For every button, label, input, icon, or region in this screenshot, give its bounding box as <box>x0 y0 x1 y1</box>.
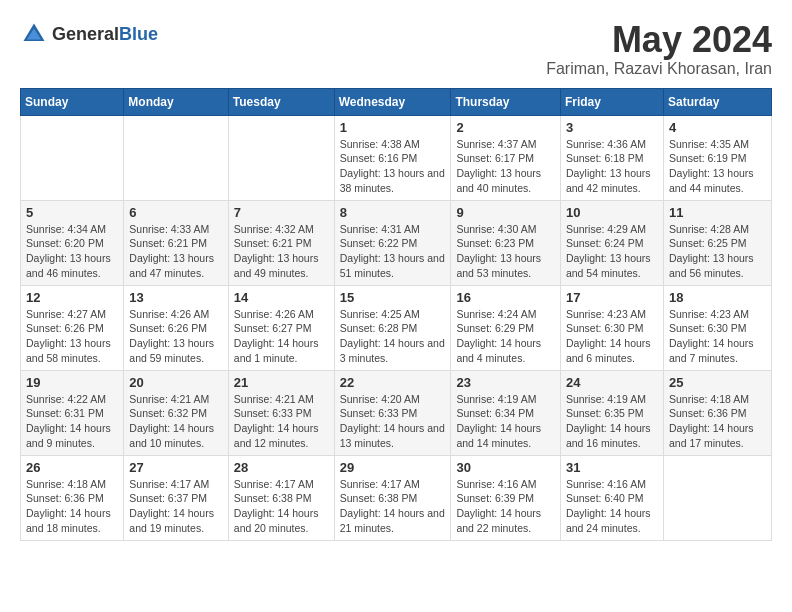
weekday-header: Wednesday <box>334 88 451 115</box>
day-detail: Sunrise: 4:38 AMSunset: 6:16 PMDaylight:… <box>340 138 445 194</box>
day-detail: Sunrise: 4:21 AMSunset: 6:33 PMDaylight:… <box>234 393 319 449</box>
calendar-cell: 7 Sunrise: 4:32 AMSunset: 6:21 PMDayligh… <box>228 200 334 285</box>
logo-text: GeneralBlue <box>52 24 158 45</box>
calendar-cell: 2 Sunrise: 4:37 AMSunset: 6:17 PMDayligh… <box>451 115 561 200</box>
calendar-cell <box>124 115 228 200</box>
day-number: 18 <box>669 290 766 305</box>
day-number: 13 <box>129 290 222 305</box>
weekday-header: Tuesday <box>228 88 334 115</box>
day-number: 31 <box>566 460 658 475</box>
day-detail: Sunrise: 4:22 AMSunset: 6:31 PMDaylight:… <box>26 393 111 449</box>
weekday-header: Friday <box>560 88 663 115</box>
weekday-header: Monday <box>124 88 228 115</box>
weekday-header: Sunday <box>21 88 124 115</box>
calendar-cell: 30 Sunrise: 4:16 AMSunset: 6:39 PMDaylig… <box>451 455 561 540</box>
day-number: 5 <box>26 205 118 220</box>
subtitle: Fariman, Razavi Khorasan, Iran <box>546 60 772 78</box>
main-title: May 2024 <box>546 20 772 60</box>
day-detail: Sunrise: 4:21 AMSunset: 6:32 PMDaylight:… <box>129 393 214 449</box>
calendar-cell: 18 Sunrise: 4:23 AMSunset: 6:30 PMDaylig… <box>663 285 771 370</box>
calendar-cell: 26 Sunrise: 4:18 AMSunset: 6:36 PMDaylig… <box>21 455 124 540</box>
day-detail: Sunrise: 4:25 AMSunset: 6:28 PMDaylight:… <box>340 308 445 364</box>
calendar-cell: 5 Sunrise: 4:34 AMSunset: 6:20 PMDayligh… <box>21 200 124 285</box>
calendar-cell: 21 Sunrise: 4:21 AMSunset: 6:33 PMDaylig… <box>228 370 334 455</box>
calendar-week-row: 19 Sunrise: 4:22 AMSunset: 6:31 PMDaylig… <box>21 370 772 455</box>
calendar-cell: 10 Sunrise: 4:29 AMSunset: 6:24 PMDaylig… <box>560 200 663 285</box>
day-detail: Sunrise: 4:19 AMSunset: 6:35 PMDaylight:… <box>566 393 651 449</box>
day-number: 29 <box>340 460 446 475</box>
day-number: 19 <box>26 375 118 390</box>
day-number: 25 <box>669 375 766 390</box>
page-header: GeneralBlue May 2024 Fariman, Razavi Kho… <box>20 20 772 78</box>
calendar-cell: 29 Sunrise: 4:17 AMSunset: 6:38 PMDaylig… <box>334 455 451 540</box>
day-number: 9 <box>456 205 555 220</box>
day-number: 3 <box>566 120 658 135</box>
logo-blue: Blue <box>119 24 158 44</box>
day-number: 30 <box>456 460 555 475</box>
day-detail: Sunrise: 4:30 AMSunset: 6:23 PMDaylight:… <box>456 223 541 279</box>
day-detail: Sunrise: 4:17 AMSunset: 6:38 PMDaylight:… <box>234 478 319 534</box>
calendar-cell: 16 Sunrise: 4:24 AMSunset: 6:29 PMDaylig… <box>451 285 561 370</box>
day-number: 15 <box>340 290 446 305</box>
day-detail: Sunrise: 4:33 AMSunset: 6:21 PMDaylight:… <box>129 223 214 279</box>
day-number: 8 <box>340 205 446 220</box>
weekday-header-row: SundayMondayTuesdayWednesdayThursdayFrid… <box>21 88 772 115</box>
calendar-cell: 20 Sunrise: 4:21 AMSunset: 6:32 PMDaylig… <box>124 370 228 455</box>
calendar-cell: 27 Sunrise: 4:17 AMSunset: 6:37 PMDaylig… <box>124 455 228 540</box>
day-detail: Sunrise: 4:34 AMSunset: 6:20 PMDaylight:… <box>26 223 111 279</box>
weekday-header: Saturday <box>663 88 771 115</box>
day-detail: Sunrise: 4:20 AMSunset: 6:33 PMDaylight:… <box>340 393 445 449</box>
day-number: 11 <box>669 205 766 220</box>
day-detail: Sunrise: 4:16 AMSunset: 6:39 PMDaylight:… <box>456 478 541 534</box>
day-detail: Sunrise: 4:17 AMSunset: 6:38 PMDaylight:… <box>340 478 445 534</box>
calendar-cell: 9 Sunrise: 4:30 AMSunset: 6:23 PMDayligh… <box>451 200 561 285</box>
calendar-week-row: 5 Sunrise: 4:34 AMSunset: 6:20 PMDayligh… <box>21 200 772 285</box>
day-number: 16 <box>456 290 555 305</box>
day-number: 4 <box>669 120 766 135</box>
day-detail: Sunrise: 4:26 AMSunset: 6:27 PMDaylight:… <box>234 308 319 364</box>
day-number: 27 <box>129 460 222 475</box>
day-number: 21 <box>234 375 329 390</box>
day-number: 12 <box>26 290 118 305</box>
calendar-cell: 13 Sunrise: 4:26 AMSunset: 6:26 PMDaylig… <box>124 285 228 370</box>
calendar-cell: 19 Sunrise: 4:22 AMSunset: 6:31 PMDaylig… <box>21 370 124 455</box>
day-detail: Sunrise: 4:16 AMSunset: 6:40 PMDaylight:… <box>566 478 651 534</box>
day-detail: Sunrise: 4:32 AMSunset: 6:21 PMDaylight:… <box>234 223 319 279</box>
day-detail: Sunrise: 4:17 AMSunset: 6:37 PMDaylight:… <box>129 478 214 534</box>
calendar-cell: 6 Sunrise: 4:33 AMSunset: 6:21 PMDayligh… <box>124 200 228 285</box>
day-number: 6 <box>129 205 222 220</box>
day-detail: Sunrise: 4:18 AMSunset: 6:36 PMDaylight:… <box>26 478 111 534</box>
calendar-cell: 28 Sunrise: 4:17 AMSunset: 6:38 PMDaylig… <box>228 455 334 540</box>
day-detail: Sunrise: 4:36 AMSunset: 6:18 PMDaylight:… <box>566 138 651 194</box>
calendar-cell <box>663 455 771 540</box>
day-number: 24 <box>566 375 658 390</box>
calendar-cell <box>21 115 124 200</box>
calendar-week-row: 26 Sunrise: 4:18 AMSunset: 6:36 PMDaylig… <box>21 455 772 540</box>
day-detail: Sunrise: 4:18 AMSunset: 6:36 PMDaylight:… <box>669 393 754 449</box>
calendar-week-row: 1 Sunrise: 4:38 AMSunset: 6:16 PMDayligh… <box>21 115 772 200</box>
day-detail: Sunrise: 4:28 AMSunset: 6:25 PMDaylight:… <box>669 223 754 279</box>
calendar-cell: 11 Sunrise: 4:28 AMSunset: 6:25 PMDaylig… <box>663 200 771 285</box>
calendar-cell: 24 Sunrise: 4:19 AMSunset: 6:35 PMDaylig… <box>560 370 663 455</box>
calendar-cell: 4 Sunrise: 4:35 AMSunset: 6:19 PMDayligh… <box>663 115 771 200</box>
day-number: 20 <box>129 375 222 390</box>
day-number: 7 <box>234 205 329 220</box>
calendar-cell: 3 Sunrise: 4:36 AMSunset: 6:18 PMDayligh… <box>560 115 663 200</box>
calendar-cell: 17 Sunrise: 4:23 AMSunset: 6:30 PMDaylig… <box>560 285 663 370</box>
calendar-cell: 8 Sunrise: 4:31 AMSunset: 6:22 PMDayligh… <box>334 200 451 285</box>
day-detail: Sunrise: 4:29 AMSunset: 6:24 PMDaylight:… <box>566 223 651 279</box>
logo-icon <box>20 20 48 48</box>
day-detail: Sunrise: 4:19 AMSunset: 6:34 PMDaylight:… <box>456 393 541 449</box>
weekday-header: Thursday <box>451 88 561 115</box>
day-detail: Sunrise: 4:37 AMSunset: 6:17 PMDaylight:… <box>456 138 541 194</box>
calendar-cell: 31 Sunrise: 4:16 AMSunset: 6:40 PMDaylig… <box>560 455 663 540</box>
day-detail: Sunrise: 4:35 AMSunset: 6:19 PMDaylight:… <box>669 138 754 194</box>
calendar-cell: 22 Sunrise: 4:20 AMSunset: 6:33 PMDaylig… <box>334 370 451 455</box>
day-detail: Sunrise: 4:27 AMSunset: 6:26 PMDaylight:… <box>26 308 111 364</box>
day-detail: Sunrise: 4:23 AMSunset: 6:30 PMDaylight:… <box>566 308 651 364</box>
day-detail: Sunrise: 4:31 AMSunset: 6:22 PMDaylight:… <box>340 223 445 279</box>
calendar-cell: 25 Sunrise: 4:18 AMSunset: 6:36 PMDaylig… <box>663 370 771 455</box>
day-number: 17 <box>566 290 658 305</box>
day-number: 28 <box>234 460 329 475</box>
calendar-week-row: 12 Sunrise: 4:27 AMSunset: 6:26 PMDaylig… <box>21 285 772 370</box>
